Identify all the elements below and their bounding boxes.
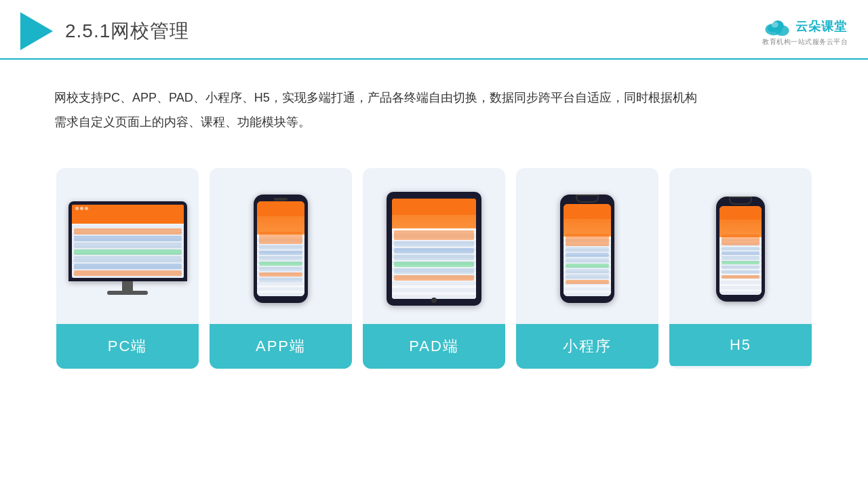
card-image-app — [210, 168, 352, 324]
screen-bar — [72, 205, 184, 212]
logo-text: 云朵课堂 — [795, 18, 847, 35]
svg-point-4 — [771, 21, 778, 27]
desc-line1: 网校支持PC、APP、PAD、小程序、H5，实现多端打通，产品各终端自由切换，数… — [54, 85, 814, 110]
card-app: APP端 — [210, 168, 352, 369]
phone-miniprogram-icon — [560, 195, 614, 303]
pc-monitor-icon — [68, 201, 187, 296]
screen-bar-pad — [392, 199, 476, 215]
card-image-pad — [363, 168, 505, 324]
logo-tagline: 教育机构一站式服务云平台 — [762, 37, 848, 47]
card-h5: H5 — [669, 168, 812, 369]
header: 2.5.1网校管理 云朵课堂 教育机构一站式服务云平台 — [0, 0, 868, 60]
card-image-miniprogram — [516, 168, 658, 324]
header-left: 2.5.1网校管理 — [20, 12, 189, 50]
card-label-pc: PC端 — [56, 324, 199, 369]
card-image-pc — [56, 168, 199, 324]
screen-bar-app — [257, 201, 304, 216]
card-label-miniprogram: 小程序 — [516, 324, 658, 369]
desc-line2: 需求自定义页面上的内容、课程、功能模块等。 — [54, 110, 814, 134]
logo-cloud: 云朵课堂 — [763, 16, 847, 37]
phone-h5-icon — [716, 197, 765, 302]
play-icon — [20, 12, 53, 50]
tablet-pad-icon — [387, 192, 481, 306]
card-image-h5 — [669, 168, 812, 324]
screen-bar-h5 — [719, 206, 762, 220]
card-pad: PAD端 — [363, 168, 505, 369]
card-pc: PC端 — [56, 168, 199, 369]
page-title: 2.5.1网校管理 — [65, 18, 189, 44]
card-miniprogram: 小程序 — [516, 168, 658, 369]
cards-container: PC端 APP — [0, 148, 868, 382]
phone-app-icon — [254, 195, 308, 303]
screen-bar-mini — [564, 204, 611, 219]
card-label-h5: H5 — [669, 324, 812, 366]
description: 网校支持PC、APP、PAD、小程序、H5，实现多端打通，产品各终端自由切换，数… — [0, 60, 868, 148]
card-label-pad: PAD端 — [363, 324, 505, 369]
card-label-app: APP端 — [210, 324, 352, 369]
cloud-icon — [763, 16, 793, 37]
logo-area: 云朵课堂 教育机构一站式服务云平台 — [762, 16, 848, 47]
